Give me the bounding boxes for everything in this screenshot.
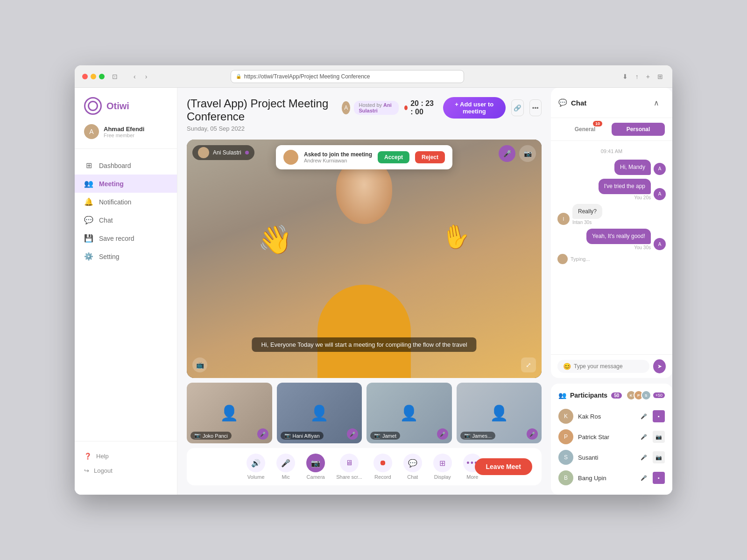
display-button[interactable]: ⊞ bbox=[433, 454, 452, 472]
sidebar-item-chat[interactable]: 💬 Chat bbox=[75, 211, 177, 229]
mic-bang-upin[interactable]: 🎤 bbox=[638, 472, 650, 484]
traffic-light-green[interactable] bbox=[99, 74, 105, 79]
toolbar-record[interactable]: ⏺ Record bbox=[374, 454, 392, 480]
user-name: Ahmad Efendi bbox=[104, 126, 144, 133]
save-icon: 💾 bbox=[84, 234, 93, 243]
screen-share-button[interactable]: 📺 bbox=[192, 357, 207, 372]
logout-item[interactable]: ↪ Logout bbox=[84, 463, 168, 478]
emoji-icon: 😊 bbox=[563, 363, 571, 370]
leave-meet-button[interactable]: Leave Meet bbox=[475, 458, 532, 475]
back-btn[interactable]: ‹ bbox=[131, 71, 139, 82]
tab-general[interactable]: General 10 bbox=[558, 123, 612, 136]
mic-susanti[interactable]: 🎤 bbox=[638, 451, 650, 463]
sidebar-item-saverecord[interactable]: 💾 Save record bbox=[75, 229, 177, 247]
send-button[interactable]: ➤ bbox=[653, 359, 666, 373]
volume-button[interactable]: 🔊 bbox=[247, 454, 265, 472]
fullscreen-button[interactable]: ⤢ bbox=[521, 357, 536, 372]
video-kak-ros[interactable]: ▪ bbox=[653, 410, 665, 422]
participants-panel: 👥 Participants 50 K P S +50 K Kak Ros bbox=[551, 384, 672, 495]
meeting-date: Sunday, 05 Sep 2022 bbox=[187, 125, 342, 132]
msg-text-3: Really? bbox=[572, 204, 602, 219]
thumbnail-hani[interactable]: 👤 📷 Hani Alfiyan 🎤 bbox=[277, 383, 362, 443]
controls-bang-upin: 🎤 ▪ bbox=[638, 472, 665, 484]
video-camera-button[interactable]: 📷 bbox=[519, 145, 536, 162]
mic-kak-ros[interactable]: 🎤 bbox=[638, 410, 650, 422]
speaker-avatar bbox=[198, 147, 209, 158]
chat-title-text: Chat bbox=[571, 99, 586, 107]
sidebar-toggle-btn[interactable]: ⊡ bbox=[109, 71, 120, 82]
apps-icon[interactable]: ⊞ bbox=[655, 72, 665, 81]
toolbar-volume[interactable]: 🔊 Volume bbox=[247, 454, 265, 480]
right-panel: 💬 Chat ∧ General 10 Personal 09:41 AM A bbox=[551, 88, 672, 495]
user-role: Free member bbox=[104, 133, 144, 138]
toolbar-display[interactable]: ⊞ Display bbox=[433, 454, 452, 480]
video-patrick[interactable]: 📷 bbox=[653, 431, 665, 443]
thumb-mic-jamet[interactable]: 🎤 bbox=[437, 428, 448, 440]
user-info: A Ahmad Efendi Free member bbox=[75, 124, 177, 149]
help-item[interactable]: ❓ Help bbox=[84, 449, 168, 463]
controls-susanti: 🎤 📷 bbox=[638, 451, 665, 463]
mic-patrick[interactable]: 🎤 bbox=[638, 431, 650, 443]
lock-icon: 🔒 bbox=[236, 74, 241, 79]
thumb-mic-hani[interactable]: 🎤 bbox=[347, 428, 358, 440]
toolbar-chat[interactable]: 💬 Chat bbox=[403, 454, 422, 480]
traffic-light-red[interactable] bbox=[82, 74, 88, 79]
controls-patrick: 🎤 📷 bbox=[638, 431, 665, 443]
add-user-button[interactable]: + Add user to meeting bbox=[443, 97, 506, 119]
thumb-mic-james[interactable]: 🎤 bbox=[527, 428, 538, 440]
nav-items: ⊞ Dashboard 👥 Meeting 🔔 Notification 💬 C… bbox=[75, 149, 177, 441]
mic-button[interactable]: 🎤 bbox=[276, 454, 295, 472]
chat-toolbar-button[interactable]: 💬 bbox=[403, 454, 422, 472]
toolbar-mic[interactable]: 🎤 Mic bbox=[276, 454, 295, 480]
thumb-mic-joko[interactable]: 🎤 bbox=[257, 428, 268, 440]
page-title-area: (Travel App) Project Meeting Conference … bbox=[187, 97, 342, 132]
toolbar-screenshare[interactable]: 🖥 Share scr... bbox=[336, 454, 362, 480]
msg-bubble-3-wrap: Really? Intan 30s bbox=[572, 204, 602, 225]
screenshare-button[interactable]: 🖥 bbox=[340, 454, 359, 472]
meeting-label: Meeting bbox=[99, 180, 124, 188]
sidebar-item-meeting[interactable]: 👥 Meeting bbox=[75, 175, 177, 193]
participants-title-text: Participants bbox=[570, 392, 607, 399]
timer-badge: 20 : 23 : 00 bbox=[404, 99, 437, 116]
meeting-toolbar: 🔊 Volume 🎤 Mic 📷 Camera 🖥 bbox=[187, 448, 542, 485]
chat-panel-title: 💬 Chat bbox=[558, 98, 586, 107]
forward-btn[interactable]: › bbox=[142, 71, 150, 82]
user-avatar: A bbox=[84, 124, 99, 139]
download-icon[interactable]: ⬇ bbox=[620, 72, 630, 81]
share-meeting-button[interactable]: 🔗 bbox=[511, 99, 524, 116]
sidebar-item-setting[interactable]: ⚙️ Setting bbox=[75, 247, 177, 266]
video-section: 👋 ✋ Asked to join the meeting Andrew Kur… bbox=[187, 140, 542, 485]
address-bar[interactable]: 🔒 https://otiwi/TravelApp/Project Meetin… bbox=[231, 70, 464, 83]
video-susanti[interactable]: 📷 bbox=[653, 451, 665, 463]
thumb-name-hani: 📷 Hani Alfiyan bbox=[281, 432, 324, 440]
thumbnail-jamet[interactable]: 👤 📷 Jamet 🎤 bbox=[366, 383, 452, 443]
chat-collapse-button[interactable]: ∧ bbox=[648, 94, 665, 111]
tab-personal[interactable]: Personal bbox=[612, 123, 665, 136]
sidebar-item-notification[interactable]: 🔔 Notification bbox=[75, 193, 177, 211]
avatar-susanti: S bbox=[558, 450, 573, 465]
video-mic-button[interactable]: 🎤 bbox=[499, 145, 515, 162]
thumbnail-joko[interactable]: 👤 📷 Joko Panci 🎤 bbox=[187, 383, 272, 443]
thumbnail-james[interactable]: 👤 📷 James... 🎤 bbox=[457, 383, 542, 443]
toolbar-camera[interactable]: 📷 Camera bbox=[306, 454, 325, 480]
video-bang-upin[interactable]: ▪ bbox=[653, 472, 665, 484]
screenshare-label: Share scr... bbox=[336, 474, 362, 480]
msg-1: A Hi, Mandy bbox=[557, 160, 666, 175]
new-tab-icon[interactable]: + bbox=[644, 72, 652, 81]
share-icon[interactable]: ↑ bbox=[634, 72, 641, 81]
reject-button[interactable]: Reject bbox=[415, 151, 445, 163]
save-label: Save record bbox=[99, 235, 134, 242]
app-body: Otiwi A Ahmad Efendi Free member ⊞ Dashb… bbox=[75, 88, 672, 495]
camera-button[interactable]: 📷 bbox=[306, 454, 325, 472]
traffic-light-yellow[interactable] bbox=[91, 74, 96, 79]
page-title: (Travel App) Project Meeting Conference bbox=[187, 97, 342, 123]
sidebar-item-dashboard[interactable]: ⊞ Dashboard bbox=[75, 156, 177, 175]
url-text: https://otiwi/TravelApp/Project Meeting … bbox=[244, 73, 370, 80]
avatar-patrick: P bbox=[558, 429, 573, 444]
accept-button[interactable]: Accept bbox=[378, 151, 409, 163]
more-options-button[interactable]: ••• bbox=[529, 99, 542, 116]
chat-input[interactable] bbox=[574, 363, 644, 370]
meeting-title-text: (Travel App) Project Meeting Conference bbox=[187, 97, 328, 123]
participants-header: 👥 Participants 50 K P S +50 bbox=[558, 390, 665, 400]
record-button[interactable]: ⏺ bbox=[374, 454, 392, 472]
